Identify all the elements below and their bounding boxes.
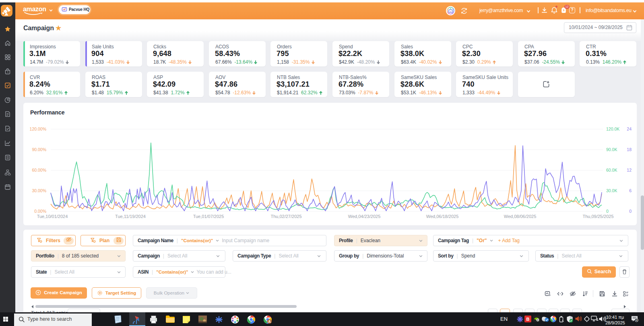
svg-text:4: 4 [636, 318, 637, 322]
svg-text:B: B [526, 317, 530, 322]
